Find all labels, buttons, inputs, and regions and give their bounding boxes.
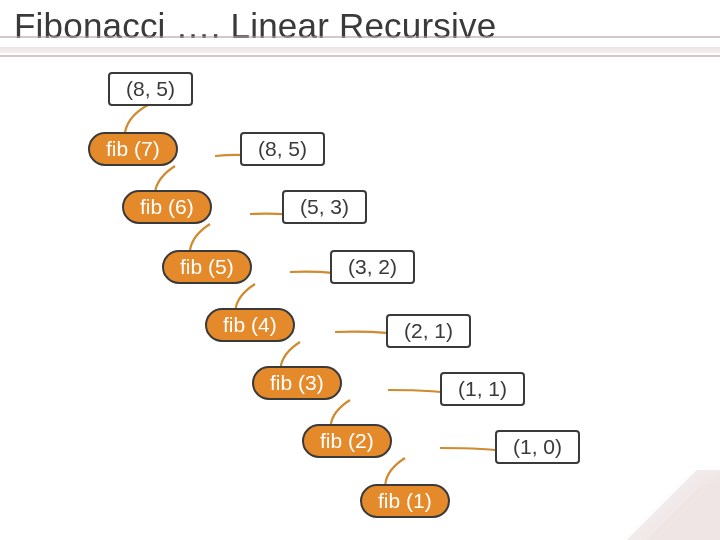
value-1-0: (1, 0) xyxy=(495,430,580,464)
fib-4: fib (4) xyxy=(205,308,295,342)
fib-7: fib (7) xyxy=(88,132,178,166)
fib-5: fib (5) xyxy=(162,250,252,284)
decor-line xyxy=(0,47,720,53)
decor-line xyxy=(0,55,720,57)
value-5-3: (5, 3) xyxy=(282,190,367,224)
value-3-2: (3, 2) xyxy=(330,250,415,284)
value-8-5: (8, 5) xyxy=(240,132,325,166)
fib-3: fib (3) xyxy=(252,366,342,400)
fib-6: fib (6) xyxy=(122,190,212,224)
slide-corner-decor xyxy=(610,470,720,540)
diagram-stage: (8, 5) fib (7) (8, 5) fib (6) (5, 3) fib… xyxy=(0,64,720,540)
decor-line xyxy=(0,36,720,38)
page-title: Fibonacci …. Linear Recursive xyxy=(14,6,706,46)
fib-2: fib (2) xyxy=(302,424,392,458)
fib-1: fib (1) xyxy=(360,484,450,518)
title-bar: Fibonacci …. Linear Recursive xyxy=(0,0,720,64)
value-1-1: (1, 1) xyxy=(440,372,525,406)
value-2-1: (2, 1) xyxy=(386,314,471,348)
value-8-5-top: (8, 5) xyxy=(108,72,193,106)
